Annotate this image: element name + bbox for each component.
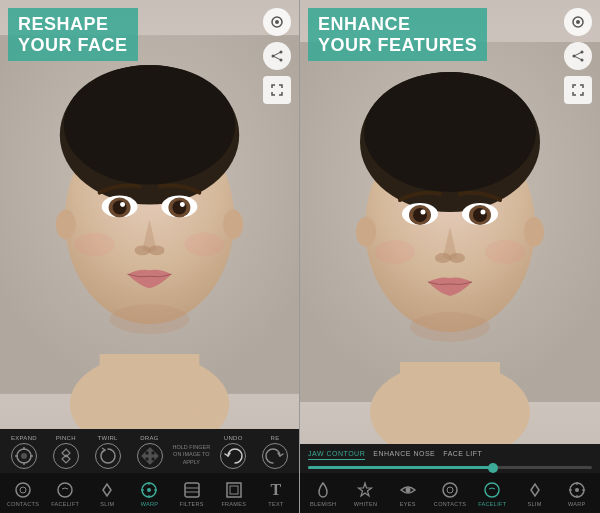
facelift-nav-icon: [54, 479, 76, 501]
svg-point-78: [405, 488, 410, 493]
svg-point-35: [16, 483, 30, 497]
svg-point-7: [56, 210, 76, 240]
svg-point-20: [184, 232, 224, 256]
warp-right-nav-icon: [566, 479, 588, 501]
tool-pinch[interactable]: PINCH: [46, 433, 86, 471]
left-nav-bar: CONTACTS FACELIFT SLIM: [0, 473, 299, 513]
tab-jaw-contour[interactable]: JAW CONTOUR: [308, 450, 365, 460]
svg-marker-77: [359, 483, 372, 496]
nav-filters[interactable]: FILTERS: [171, 477, 213, 509]
svg-point-12: [120, 202, 125, 207]
undo-icon: [220, 443, 246, 469]
pinch-icon: [53, 443, 79, 469]
nav-slim[interactable]: SLIM: [86, 477, 128, 509]
right-nav-whiten[interactable]: WHITEN: [344, 477, 386, 509]
svg-point-17: [135, 245, 151, 255]
tool-redo[interactable]: RE: [255, 433, 295, 471]
svg-point-55: [356, 217, 376, 247]
svg-point-63: [473, 208, 487, 222]
svg-point-16: [180, 202, 185, 207]
right-eye-icon-btn[interactable]: [564, 8, 592, 36]
svg-point-6: [64, 65, 235, 185]
left-face-image: RESHAPE YOUR FACE: [0, 0, 299, 429]
left-panel: RESHAPE YOUR FACE: [0, 0, 300, 513]
tool-undo[interactable]: UNDO: [213, 433, 253, 471]
jaw-slider-row: [308, 466, 592, 469]
jaw-slider-thumb[interactable]: [488, 463, 498, 473]
svg-point-11: [113, 201, 127, 215]
svg-point-56: [524, 217, 544, 247]
svg-rect-47: [230, 486, 238, 494]
svg-point-79: [443, 483, 457, 497]
svg-point-21: [110, 304, 190, 334]
nav-contacts[interactable]: CONTACTS: [2, 477, 44, 509]
left-eye-icon-btn[interactable]: [263, 8, 291, 36]
right-expand-icon-btn[interactable]: [564, 76, 592, 104]
right-nav-blemish[interactable]: BLEMISH: [302, 477, 344, 509]
svg-rect-2: [100, 354, 200, 414]
right-face-image: ENHANCE YOUR FEATURES: [300, 0, 600, 444]
right-nav-bar: BLEMISH WHITEN EYES: [300, 473, 600, 513]
svg-point-30: [21, 453, 27, 459]
left-title-line1: RESHAPE: [18, 14, 128, 35]
svg-point-60: [421, 210, 426, 215]
left-expand-icon-btn[interactable]: [263, 76, 291, 104]
svg-point-19: [75, 232, 115, 256]
redo-label: RE: [271, 435, 280, 441]
right-nav-eyes[interactable]: EYES: [387, 477, 429, 509]
svg-point-36: [20, 487, 26, 493]
tool-hold-hint: HOLD FINGERON IMAGE TOAPPLY: [171, 436, 211, 467]
right-nav-contacts[interactable]: CONTACTS: [429, 477, 471, 509]
left-title-line2: YOUR FACE: [18, 35, 128, 56]
svg-point-38: [147, 488, 151, 492]
slider-tabs: JAW CONTOUR ENHANCE NOSE FACE LIFT: [308, 450, 592, 460]
tool-drag[interactable]: DRAG: [130, 433, 170, 471]
right-nav-warp[interactable]: WARP: [556, 477, 598, 509]
svg-line-76: [574, 56, 582, 60]
eyes-nav-icon: [397, 479, 419, 501]
svg-point-23: [275, 20, 279, 24]
tab-face-lift[interactable]: FACE LIFT: [443, 450, 482, 460]
right-top-icons: [564, 8, 592, 104]
svg-rect-50: [400, 362, 500, 422]
right-title-line2: YOUR FEATURES: [318, 35, 477, 56]
svg-point-59: [413, 208, 427, 222]
right-title-overlay: ENHANCE YOUR FEATURES: [308, 8, 487, 61]
svg-point-64: [481, 210, 486, 215]
left-top-icons: [263, 8, 291, 104]
svg-point-82: [575, 488, 579, 492]
svg-rect-43: [185, 483, 199, 497]
nav-warp-active[interactable]: WARP: [128, 477, 170, 509]
text-nav-icon: T: [265, 479, 287, 501]
warp-nav-icon: [138, 479, 160, 501]
svg-line-27: [273, 52, 281, 56]
nav-facelift[interactable]: FACELIFT: [44, 477, 86, 509]
whiten-nav-icon: [354, 479, 376, 501]
slim-right-nav-icon: [524, 479, 546, 501]
left-tool-area: EXPAND PINCH: [0, 429, 299, 513]
right-nav-facelift-active[interactable]: FACELIFT: [471, 477, 513, 509]
nav-frames[interactable]: FRAMES: [213, 477, 255, 509]
tool-expand[interactable]: EXPAND: [4, 433, 44, 471]
jaw-slider-track[interactable]: [308, 466, 592, 469]
left-tool-bar: EXPAND PINCH: [0, 429, 299, 473]
tool-twirl[interactable]: TWIRL: [88, 433, 128, 471]
right-slider-area: JAW CONTOUR ENHANCE NOSE FACE LIFT: [300, 444, 600, 473]
svg-point-71: [576, 20, 580, 24]
left-title-overlay: RESHAPE YOUR FACE: [8, 8, 138, 61]
right-panel: ENHANCE YOUR FEATURES: [300, 0, 600, 513]
svg-point-8: [223, 210, 243, 240]
filters-nav-icon: [181, 479, 203, 501]
drag-icon: [137, 443, 163, 469]
nav-text[interactable]: T TEXT: [255, 477, 297, 509]
svg-point-54: [364, 72, 536, 192]
left-share-icon-btn[interactable]: [263, 42, 291, 70]
frames-nav-icon: [223, 479, 245, 501]
right-title-line1: ENHANCE: [318, 14, 477, 35]
slim-nav-icon: [96, 479, 118, 501]
right-share-icon-btn[interactable]: [564, 42, 592, 70]
svg-point-18: [149, 245, 165, 255]
right-nav-slim[interactable]: SLIM: [513, 477, 555, 509]
tab-enhance-nose[interactable]: ENHANCE NOSE: [373, 450, 435, 460]
expand-icon: [11, 443, 37, 469]
